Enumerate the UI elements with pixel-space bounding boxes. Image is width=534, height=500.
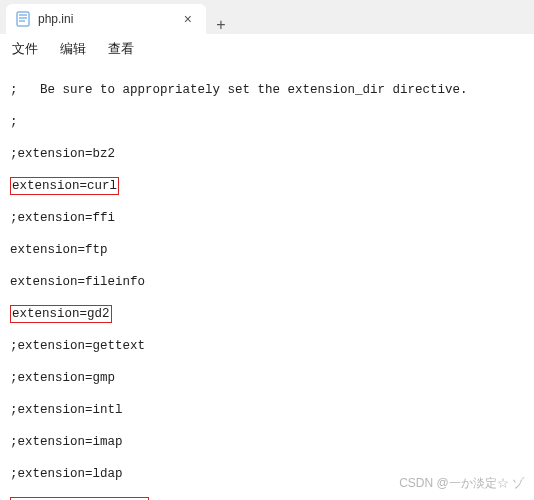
code-line: extension=curl: [10, 178, 524, 194]
code-line: ;extension=gmp: [10, 370, 524, 386]
tab-title: php.ini: [38, 12, 172, 26]
new-tab-button[interactable]: +: [206, 16, 236, 34]
code-line: ;extension=imap: [10, 434, 524, 450]
titlebar: php.ini × +: [0, 0, 534, 34]
code-line: ;extension=ffi: [10, 210, 524, 226]
active-tab[interactable]: php.ini ×: [6, 4, 206, 34]
code-line: extension=fileinfo: [10, 274, 524, 290]
highlight-gd2: extension=gd2: [10, 305, 112, 323]
code-line: extension=ftp: [10, 242, 524, 258]
code-line: ;extension=bz2: [10, 146, 524, 162]
code-line: ; Be sure to appropriately set the exten…: [10, 82, 524, 98]
editor-area[interactable]: ; Be sure to appropriately set the exten…: [0, 62, 534, 500]
file-icon: [16, 11, 30, 27]
watermark: CSDN @一か淡定☆ ゾ: [399, 475, 524, 492]
code-line: extension=gd2: [10, 306, 524, 322]
highlight-curl: extension=curl: [10, 177, 119, 195]
code-line: ;extension=intl: [10, 402, 524, 418]
close-icon[interactable]: ×: [180, 11, 196, 27]
menu-edit[interactable]: 编辑: [60, 40, 86, 58]
svg-rect-0: [17, 12, 29, 26]
menu-view[interactable]: 查看: [108, 40, 134, 58]
code-line: ;extension=gettext: [10, 338, 524, 354]
code-line: ;: [10, 114, 524, 130]
menubar: 文件 编辑 查看: [0, 34, 534, 62]
menu-file[interactable]: 文件: [12, 40, 38, 58]
